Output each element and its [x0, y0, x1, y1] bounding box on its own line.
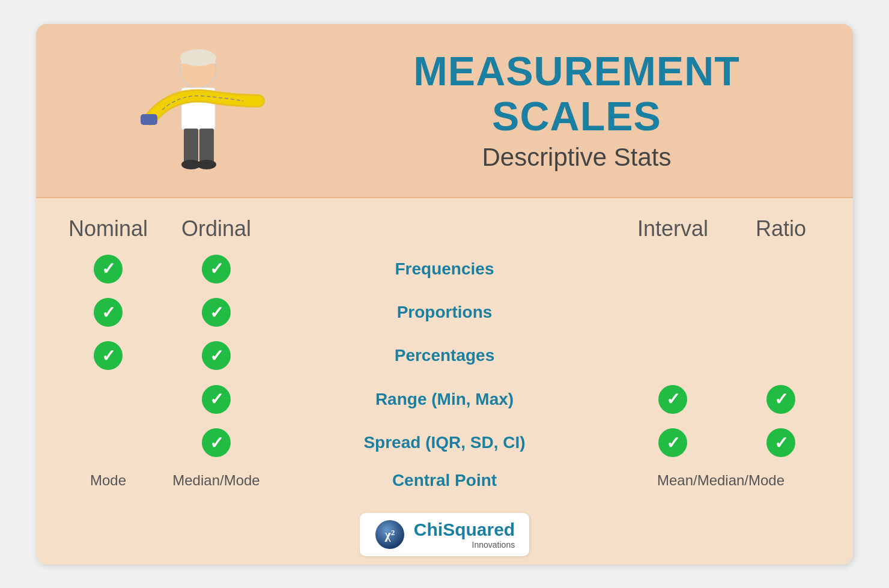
row-range: ✓ Range (Min, Max) ✓ ✓ [60, 385, 829, 414]
range-ratio: ✓ [733, 385, 829, 414]
row-frequencies: ✓ ✓ Frequencies [60, 255, 829, 283]
footer-labels-row: Mode Median/Mode Central Point Mean/Medi… [60, 471, 829, 493]
svg-rect-6 [184, 129, 198, 165]
row-spread: ✓ Spread (IQR, SD, CI) ✓ ✓ [60, 428, 829, 457]
footer-interval-ratio-label: Mean/Median/Mode [613, 472, 829, 489]
check-icon: ✓ [94, 341, 123, 370]
pct-ordinal: ✓ [156, 341, 276, 370]
check-icon: ✓ [766, 385, 795, 414]
data-rows: ✓ ✓ Frequencies ✓ ✓ Proportions [60, 247, 829, 465]
check-icon: ✓ [202, 428, 231, 457]
main-card: MEASUREMENT SCALES Descriptive Stats Nom… [36, 24, 853, 565]
svg-rect-5 [141, 114, 157, 125]
check-icon: ✓ [94, 255, 123, 283]
main-title: MEASUREMENT SCALES [413, 49, 740, 139]
interval-header: Interval [613, 216, 733, 241]
check-icon: ✓ [202, 298, 231, 327]
brand-tagline: Innovations [414, 540, 515, 550]
brand-text: ChiSquared Innovations [414, 520, 515, 550]
header-figure [72, 24, 312, 197]
range-interval: ✓ [613, 385, 733, 414]
footer-ordinal-label: Median/Mode [156, 472, 276, 489]
svg-point-9 [197, 160, 216, 169]
subtitle: Descriptive Stats [482, 143, 671, 172]
range-label: Range (Min, Max) [276, 390, 613, 409]
brand-box: χ² ChiSquared Innovations [360, 513, 529, 556]
check-icon: ✓ [658, 385, 687, 414]
brand-logo-icon: χ² [374, 519, 405, 550]
person-illustration [114, 47, 270, 197]
check-icon: ✓ [202, 385, 231, 414]
check-icon: ✓ [766, 428, 795, 457]
pct-label: Percentages [276, 346, 613, 365]
check-icon: ✓ [202, 255, 231, 283]
svg-text:χ²: χ² [384, 527, 395, 542]
footer-nominal-label: Mode [60, 472, 156, 489]
spread-ratio: ✓ [733, 428, 829, 457]
prop-nominal: ✓ [60, 298, 156, 327]
freq-ordinal: ✓ [156, 255, 276, 283]
spread-label: Spread (IQR, SD, CI) [276, 433, 613, 452]
spread-ordinal: ✓ [156, 428, 276, 457]
check-icon: ✓ [94, 298, 123, 327]
header-section: MEASUREMENT SCALES Descriptive Stats [36, 24, 853, 198]
ratio-header: Ratio [733, 216, 829, 241]
prop-ordinal: ✓ [156, 298, 276, 327]
row-proportions: ✓ ✓ Proportions [60, 298, 829, 327]
check-icon: ✓ [658, 428, 687, 457]
brand-name: ChiSquared [414, 520, 515, 540]
prop-label: Proportions [276, 303, 613, 322]
freq-label: Frequencies [276, 259, 613, 279]
pct-nominal: ✓ [60, 341, 156, 370]
ordinal-header: Ordinal [156, 216, 276, 241]
footer-center-label: Central Point [276, 471, 613, 490]
nominal-header: Nominal [60, 216, 156, 241]
header-titles: MEASUREMENT SCALES Descriptive Stats [312, 49, 817, 172]
check-icon: ✓ [202, 341, 231, 370]
main-content: Nominal Ordinal Interval Ratio ✓ ✓ Frequ… [36, 198, 853, 505]
range-ordinal: ✓ [156, 385, 276, 414]
brand-area: χ² ChiSquared Innovations [36, 505, 853, 565]
row-percentages: ✓ ✓ Percentages [60, 341, 829, 370]
spread-interval: ✓ [613, 428, 733, 457]
freq-nominal: ✓ [60, 255, 156, 283]
column-headers: Nominal Ordinal Interval Ratio [60, 216, 829, 241]
svg-rect-7 [199, 129, 214, 165]
